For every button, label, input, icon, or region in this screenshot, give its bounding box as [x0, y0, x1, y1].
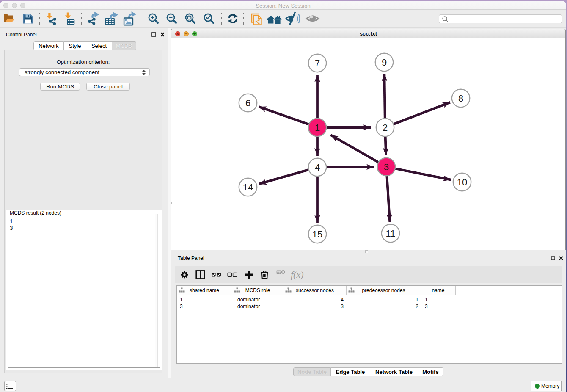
svg-text:15: 15 — [312, 229, 322, 240]
svg-text:7: 7 — [315, 58, 320, 69]
svg-text:4: 4 — [315, 162, 320, 173]
svg-text:3: 3 — [384, 162, 389, 172]
svg-text:1: 1 — [315, 122, 320, 133]
svg-text:11: 11 — [386, 228, 396, 239]
svg-text:2: 2 — [383, 122, 388, 133]
svg-text:10: 10 — [457, 177, 467, 188]
svg-text:14: 14 — [243, 182, 253, 193]
svg-text:6: 6 — [245, 98, 250, 108]
svg-text:9: 9 — [382, 57, 387, 68]
svg-text:f(x): f(x) — [291, 269, 304, 280]
svg-text:8: 8 — [458, 93, 463, 104]
